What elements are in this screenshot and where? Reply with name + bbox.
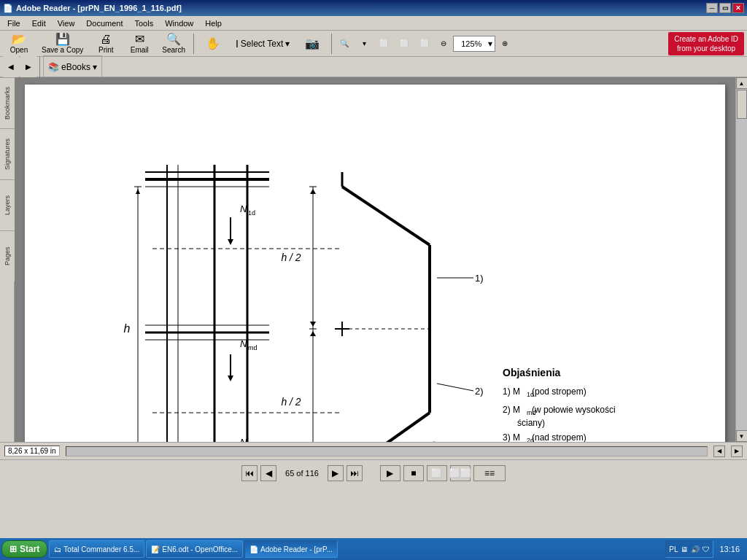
fit-page-icon: ⬜ (379, 39, 388, 47)
scroll-left-button[interactable]: ◀ (713, 446, 725, 457)
menu-window[interactable]: Window (160, 18, 198, 29)
plus-icon: ⊕ (502, 39, 508, 47)
ebooks-dropdown[interactable]: 📚 eBooks ▾ (43, 55, 102, 79)
svg-text:Objaśnienia: Objaśnienia (503, 367, 561, 378)
zoom-input[interactable] (456, 39, 487, 48)
select-text-button[interactable]: Ι Select Text ▾ (231, 32, 295, 55)
language-indicator: PL (669, 545, 678, 553)
stop-button[interactable]: ■ (403, 465, 424, 481)
taskbar-adobe-reader[interactable]: 📄 Adobe Reader - [prP... (244, 540, 338, 558)
scroll-right-button[interactable]: ▶ (731, 446, 743, 457)
menu-edit[interactable]: Edit (28, 18, 50, 29)
toolbar2-separator (39, 57, 40, 77)
svg-text:2): 2) (475, 386, 484, 397)
taskbar-total-commander[interactable]: 🗂 Total Commander 6.5... (49, 540, 144, 558)
snapshot-button[interactable]: 📷 (296, 32, 328, 55)
menu-file[interactable]: File (3, 18, 25, 29)
save-copy-button[interactable]: 💾 Save a Copy (36, 32, 88, 55)
horizontal-scrollbar[interactable] (66, 446, 708, 456)
zoom-out-button[interactable]: 🔍 (335, 32, 354, 55)
system-tray: PL 🖥 🔊 🛡 (665, 540, 713, 558)
hand-icon: ✋ (206, 38, 220, 50)
svg-text:ściany): ściany) (517, 418, 545, 428)
magnify-icon: 🔍 (340, 39, 349, 47)
first-page-button[interactable]: ⏮ (241, 465, 258, 481)
scroll-thumb[interactable] (737, 90, 747, 119)
menu-document[interactable]: Document (82, 18, 127, 29)
total-commander-label: Total Commander 6.5... (63, 545, 139, 553)
menu-tools[interactable]: Tools (131, 18, 158, 29)
prev-page-button[interactable]: ◀ (260, 465, 276, 481)
last-page-button[interactable]: ⏭ (347, 465, 363, 481)
right-scrollbar[interactable]: ▲ ▼ (735, 77, 747, 442)
svg-marker-22 (228, 239, 233, 245)
print-button[interactable]: 🖨 Print (90, 32, 122, 55)
window-title: Adobe Reader - [prPN_EN_1996_1_116.pdf] (16, 4, 182, 12)
actual-size-button[interactable]: ⬜ (415, 32, 434, 55)
open-button[interactable]: 📂 Open (3, 32, 35, 55)
tab-pages[interactable]: Pages (0, 230, 15, 281)
email-icon: ✉ (135, 34, 144, 45)
search-icon: 🔍 (166, 34, 181, 45)
continuous-button[interactable]: ≡≡ (473, 465, 506, 481)
svg-marker-46 (310, 322, 316, 327)
adobe-reader-label: Adobe Reader - [prP... (260, 545, 333, 553)
pdf-container[interactable]: h N 1d N 2d N md (15, 77, 735, 442)
minimize-button[interactable]: ─ (706, 3, 718, 13)
svg-marker-30 (228, 376, 233, 381)
title-bar-controls: ─ ▭ ✕ (706, 3, 744, 13)
print-icon: 🖨 (100, 34, 112, 45)
toolbar-separator-1 (193, 34, 194, 54)
scroll-down-button[interactable]: ▼ (736, 430, 748, 442)
search-label: Search (162, 46, 185, 54)
adobe-ad-banner[interactable]: Create an Adobe ID from your desktop (668, 32, 744, 55)
forward-icon: ▶ (26, 63, 31, 71)
page-size-indicator: 8,26 x 11,69 in (4, 446, 60, 456)
minus-icon: ⊖ (441, 39, 446, 47)
menu-help[interactable]: Help (201, 18, 226, 29)
zoom-mode-dropdown[interactable]: ▾ (355, 32, 373, 55)
play-button[interactable]: ▶ (380, 465, 400, 481)
cursor-icon: Ι (236, 38, 239, 50)
zoom-plus-button[interactable]: ⊕ (497, 32, 513, 55)
forward-button[interactable]: ▶ (20, 55, 36, 79)
volume-icon: 🔊 (691, 545, 700, 553)
single-page-button[interactable]: ⬜ (427, 465, 447, 481)
save-icon: 💾 (55, 34, 70, 45)
menu-view[interactable]: View (53, 18, 80, 29)
actual-size-icon: ⬜ (420, 39, 429, 47)
adobe-ad-text: Create an Adobe ID from your desktop (674, 34, 738, 53)
hand-tool-button[interactable]: ✋ (197, 32, 229, 55)
next-page-button[interactable]: ▶ (328, 465, 344, 481)
zoom-minus-button[interactable]: ⊖ (436, 32, 452, 55)
start-button[interactable]: ⊞ Start (1, 540, 47, 558)
close-button[interactable]: ✕ (732, 3, 744, 13)
zoom-mode-icon: ▾ (363, 39, 366, 47)
fit-page-button[interactable]: ⬜ (374, 32, 393, 55)
tab-signatures[interactable]: Signatures (0, 128, 15, 179)
left-panel-tabs: Bookmarks Signatures Layers Pages (0, 77, 15, 442)
openoffice-label: EN6.odt - OpenOffice... (162, 545, 238, 553)
menu-bar: File Edit View Document Tools Window Hel… (0, 16, 747, 31)
fit-width-button[interactable]: ⬜ (395, 32, 414, 55)
taskbar-openoffice[interactable]: 📝 EN6.odt - OpenOffice... (146, 540, 243, 558)
scroll-track[interactable] (736, 89, 748, 430)
open-icon: 📂 (12, 34, 26, 45)
tab-layers[interactable]: Layers (0, 179, 15, 230)
tab-bookmarks[interactable]: Bookmarks (0, 77, 15, 128)
email-button[interactable]: ✉ Email (123, 32, 155, 55)
svg-line-32 (342, 187, 430, 245)
svg-text:h: h (124, 322, 131, 335)
back-button[interactable]: ◀ (3, 55, 19, 79)
two-page-button[interactable]: ⬜⬜ (450, 465, 471, 481)
page-info: 65 of 116 (279, 469, 325, 478)
openoffice-icon: 📝 (151, 545, 160, 553)
scroll-up-button[interactable]: ▲ (736, 77, 748, 89)
restore-button[interactable]: ▭ (719, 3, 731, 13)
windows-icon: ⊞ (9, 544, 17, 554)
search-button[interactable]: 🔍 Search (157, 32, 190, 55)
select-text-dropdown-icon: ▾ (285, 39, 290, 49)
ebooks-label: eBooks (61, 62, 90, 72)
zoom-dropdown-icon[interactable]: ▾ (488, 39, 492, 49)
ebooks-chevron-icon: ▾ (93, 62, 97, 72)
